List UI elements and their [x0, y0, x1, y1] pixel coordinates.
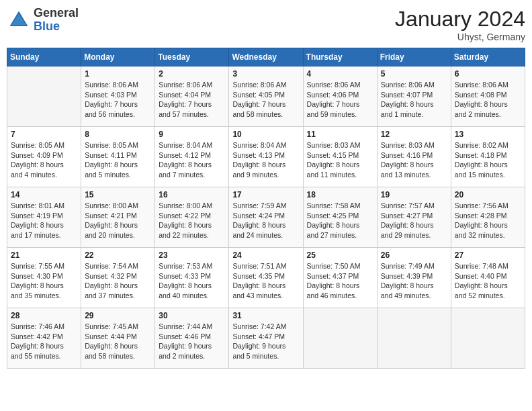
day-number: 3: [232, 69, 299, 79]
calendar-day-cell: 13Sunrise: 8:02 AMSunset: 4:18 PMDayligh…: [451, 127, 525, 187]
calendar-day-cell: [377, 308, 451, 369]
calendar-day-cell: 31Sunrise: 7:42 AMSunset: 4:47 PMDayligh…: [229, 308, 303, 369]
calendar-week-row: 7Sunrise: 8:05 AMSunset: 4:09 PMDaylight…: [7, 127, 525, 187]
day-number: 1: [85, 69, 151, 79]
calendar-day-header: Wednesday: [229, 48, 303, 66]
calendar-day-header: Monday: [81, 48, 155, 66]
day-detail: Sunrise: 7:59 AMSunset: 4:24 PMDaylight:…: [232, 201, 299, 240]
day-number: 25: [307, 250, 373, 260]
day-number: 14: [11, 190, 77, 199]
day-detail: Sunrise: 7:46 AMSunset: 4:42 PMDaylight:…: [11, 322, 77, 361]
calendar-day-cell: 5Sunrise: 8:06 AMSunset: 4:07 PMDaylight…: [377, 66, 451, 127]
day-number: 19: [381, 190, 447, 199]
day-detail: Sunrise: 8:02 AMSunset: 4:18 PMDaylight:…: [455, 140, 521, 180]
calendar-table: SundayMondayTuesdayWednesdayThursdayFrid…: [7, 48, 525, 369]
day-detail: Sunrise: 8:00 AMSunset: 4:22 PMDaylight:…: [159, 201, 225, 240]
day-detail: Sunrise: 7:49 AMSunset: 4:39 PMDaylight:…: [381, 261, 447, 301]
day-detail: Sunrise: 7:44 AMSunset: 4:46 PMDaylight:…: [159, 322, 225, 361]
calendar-day-cell: 29Sunrise: 7:45 AMSunset: 4:44 PMDayligh…: [81, 308, 155, 369]
day-number: 8: [85, 130, 151, 139]
logo-icon: [7, 8, 31, 32]
day-detail: Sunrise: 7:54 AMSunset: 4:32 PMDaylight:…: [85, 261, 151, 301]
logo-text: General Blue: [34, 7, 79, 34]
day-detail: Sunrise: 8:06 AMSunset: 4:03 PMDaylight:…: [85, 80, 151, 120]
day-detail: Sunrise: 8:06 AMSunset: 4:08 PMDaylight:…: [455, 80, 521, 120]
day-number: 11: [307, 130, 373, 139]
day-number: 27: [455, 250, 521, 260]
day-number: 26: [381, 250, 447, 260]
day-number: 29: [85, 311, 151, 320]
day-number: 10: [232, 130, 299, 139]
calendar-day-cell: 14Sunrise: 8:01 AMSunset: 4:19 PMDayligh…: [7, 187, 81, 248]
calendar-day-cell: 26Sunrise: 7:49 AMSunset: 4:39 PMDayligh…: [377, 248, 451, 308]
calendar-day-cell: 12Sunrise: 8:03 AMSunset: 4:16 PMDayligh…: [377, 127, 451, 187]
day-number: 20: [455, 190, 521, 199]
day-detail: Sunrise: 7:58 AMSunset: 4:25 PMDaylight:…: [307, 201, 373, 240]
day-number: 13: [455, 130, 521, 139]
day-detail: Sunrise: 8:04 AMSunset: 4:12 PMDaylight:…: [159, 140, 225, 180]
calendar-day-header: Thursday: [303, 48, 377, 66]
day-number: 12: [381, 130, 447, 139]
calendar-day-cell: 11Sunrise: 8:03 AMSunset: 4:15 PMDayligh…: [303, 127, 377, 187]
calendar-day-cell: 9Sunrise: 8:04 AMSunset: 4:12 PMDaylight…: [155, 127, 229, 187]
day-number: 17: [232, 190, 299, 199]
day-number: 30: [159, 311, 225, 320]
day-number: 23: [159, 250, 225, 260]
day-number: 31: [232, 311, 299, 320]
calendar-day-cell: 23Sunrise: 7:53 AMSunset: 4:33 PMDayligh…: [155, 248, 229, 308]
calendar-day-cell: 10Sunrise: 8:04 AMSunset: 4:13 PMDayligh…: [229, 127, 303, 187]
day-number: 24: [232, 250, 299, 260]
day-number: 16: [159, 190, 225, 199]
calendar-day-header: Tuesday: [155, 48, 229, 66]
calendar-header-row: SundayMondayTuesdayWednesdayThursdayFrid…: [7, 48, 525, 66]
title-block: January 2024 Uhyst, Germany: [395, 7, 525, 42]
month-year: January 2024: [395, 7, 525, 32]
calendar-day-cell: 24Sunrise: 7:51 AMSunset: 4:35 PMDayligh…: [229, 248, 303, 308]
day-number: 28: [11, 311, 77, 320]
day-number: 4: [307, 69, 373, 79]
day-number: 6: [455, 69, 521, 79]
day-number: 15: [85, 190, 151, 199]
day-number: 9: [159, 130, 225, 139]
day-number: 21: [11, 250, 77, 260]
calendar-week-row: 1Sunrise: 8:06 AMSunset: 4:03 PMDaylight…: [7, 66, 525, 127]
day-detail: Sunrise: 7:56 AMSunset: 4:28 PMDaylight:…: [455, 201, 521, 240]
calendar-day-cell: 6Sunrise: 8:06 AMSunset: 4:08 PMDaylight…: [451, 66, 525, 127]
calendar-day-cell: [303, 308, 377, 369]
day-detail: Sunrise: 8:05 AMSunset: 4:09 PMDaylight:…: [11, 140, 77, 180]
logo: General Blue: [7, 7, 79, 34]
day-number: 18: [307, 190, 373, 199]
calendar-day-cell: 1Sunrise: 8:06 AMSunset: 4:03 PMDaylight…: [81, 66, 155, 127]
day-detail: Sunrise: 7:48 AMSunset: 4:40 PMDaylight:…: [455, 261, 521, 301]
day-number: 7: [11, 130, 77, 139]
calendar-day-cell: [7, 66, 81, 127]
day-number: 2: [159, 69, 225, 79]
calendar-day-cell: 25Sunrise: 7:50 AMSunset: 4:37 PMDayligh…: [303, 248, 377, 308]
calendar-day-cell: 3Sunrise: 8:06 AMSunset: 4:05 PMDaylight…: [229, 66, 303, 127]
calendar-day-cell: 21Sunrise: 7:55 AMSunset: 4:30 PMDayligh…: [7, 248, 81, 308]
location: Uhyst, Germany: [395, 32, 525, 42]
calendar-day-header: Friday: [377, 48, 451, 66]
calendar-day-header: Saturday: [451, 48, 525, 66]
calendar-day-cell: 15Sunrise: 8:00 AMSunset: 4:21 PMDayligh…: [81, 187, 155, 248]
calendar-day-cell: 27Sunrise: 7:48 AMSunset: 4:40 PMDayligh…: [451, 248, 525, 308]
day-detail: Sunrise: 7:55 AMSunset: 4:30 PMDaylight:…: [11, 261, 77, 301]
day-detail: Sunrise: 8:01 AMSunset: 4:19 PMDaylight:…: [11, 201, 77, 240]
calendar-day-cell: 2Sunrise: 8:06 AMSunset: 4:04 PMDaylight…: [155, 66, 229, 127]
page-header: General Blue January 2024 Uhyst, Germany: [7, 7, 525, 42]
calendar-day-cell: 7Sunrise: 8:05 AMSunset: 4:09 PMDaylight…: [7, 127, 81, 187]
calendar-day-cell: 16Sunrise: 8:00 AMSunset: 4:22 PMDayligh…: [155, 187, 229, 248]
calendar-day-cell: 28Sunrise: 7:46 AMSunset: 4:42 PMDayligh…: [7, 308, 81, 369]
day-number: 22: [85, 250, 151, 260]
day-detail: Sunrise: 8:03 AMSunset: 4:16 PMDaylight:…: [381, 140, 447, 180]
calendar-day-cell: 19Sunrise: 7:57 AMSunset: 4:27 PMDayligh…: [377, 187, 451, 248]
calendar-day-cell: 20Sunrise: 7:56 AMSunset: 4:28 PMDayligh…: [451, 187, 525, 248]
day-detail: Sunrise: 8:06 AMSunset: 4:05 PMDaylight:…: [232, 80, 299, 120]
day-detail: Sunrise: 8:03 AMSunset: 4:15 PMDaylight:…: [307, 140, 373, 180]
calendar-week-row: 28Sunrise: 7:46 AMSunset: 4:42 PMDayligh…: [7, 308, 525, 369]
day-number: 5: [381, 69, 447, 79]
day-detail: Sunrise: 8:06 AMSunset: 4:06 PMDaylight:…: [307, 80, 373, 120]
day-detail: Sunrise: 8:06 AMSunset: 4:07 PMDaylight:…: [381, 80, 447, 120]
calendar-day-cell: 17Sunrise: 7:59 AMSunset: 4:24 PMDayligh…: [229, 187, 303, 248]
calendar-week-row: 14Sunrise: 8:01 AMSunset: 4:19 PMDayligh…: [7, 187, 525, 248]
